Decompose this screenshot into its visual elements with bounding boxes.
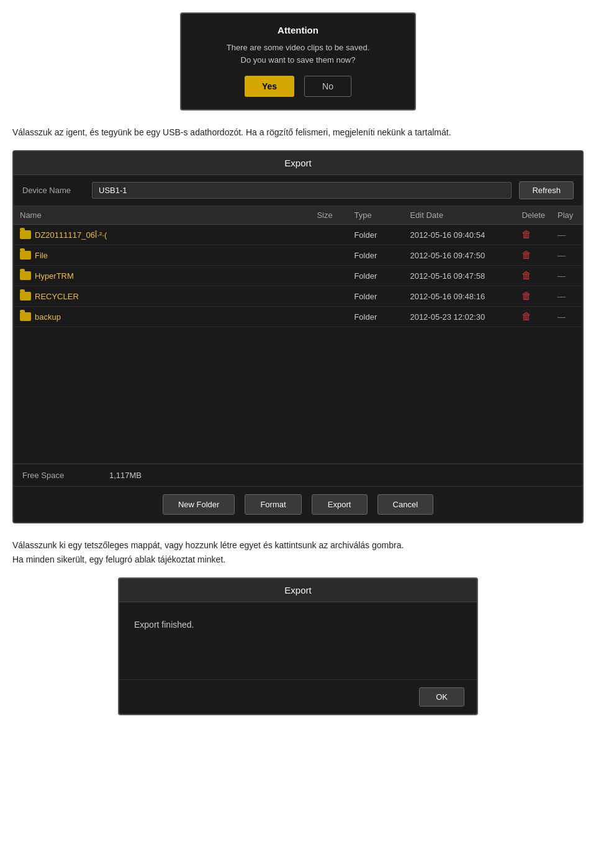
attention-title: Attention xyxy=(196,25,400,35)
folder-icon xyxy=(20,312,31,321)
file-name: DZ20111117_06Î·²·( xyxy=(35,230,107,240)
ok-button[interactable]: OK xyxy=(419,687,464,707)
col-header-delete: Delete xyxy=(515,206,551,225)
file-name: File xyxy=(35,251,48,260)
col-header-edit-date: Edit Date xyxy=(404,206,515,225)
col-header-play: Play xyxy=(551,206,582,225)
export-finished-title: Export xyxy=(119,579,477,602)
table-row[interactable]: HyperTRM Folder 2012-05-16 09:47:58 🗑 — xyxy=(14,266,582,286)
file-date: 2012-05-16 09:40:54 xyxy=(404,225,515,245)
export-finished-wrapper: Export Export finished. OK xyxy=(12,577,584,715)
attention-dialog: Attention There are some video clips to … xyxy=(180,12,416,111)
file-size xyxy=(310,307,348,327)
file-date: 2012-05-16 09:47:58 xyxy=(404,266,515,286)
export-device-row: Device Name USB1-1 Refresh xyxy=(14,175,582,206)
body-text-2: Válasszunk ki egy tetszőleges mappát, va… xyxy=(12,538,584,566)
play-dash: — xyxy=(558,230,566,240)
file-type: Folder xyxy=(348,286,404,307)
export-finished-body: Export finished. xyxy=(119,602,477,679)
file-name: RECYCLER xyxy=(35,292,79,301)
delete-icon[interactable]: 🗑 xyxy=(522,250,531,260)
folder-icon xyxy=(20,230,31,239)
file-name: backup xyxy=(35,312,61,322)
export-finished-footer: OK xyxy=(119,679,477,714)
folder-icon xyxy=(20,251,31,260)
yes-button[interactable]: Yes xyxy=(245,76,294,97)
play-dash: — xyxy=(558,312,566,322)
file-type: Folder xyxy=(348,266,404,286)
folder-icon xyxy=(20,292,31,301)
delete-cell[interactable]: 🗑 xyxy=(515,307,551,327)
col-header-name: Name xyxy=(14,206,310,225)
body-text-1: Válasszuk az igent, és tegyünk be egy US… xyxy=(12,125,584,139)
col-header-size: Size xyxy=(310,206,348,225)
new-folder-button[interactable]: New Folder xyxy=(163,494,235,515)
export-button[interactable]: Export xyxy=(312,494,368,515)
device-name-label: Device Name xyxy=(22,186,84,195)
delete-cell[interactable]: 🗑 xyxy=(515,266,551,286)
delete-cell[interactable]: 🗑 xyxy=(515,245,551,266)
play-dash: — xyxy=(558,292,566,301)
file-size xyxy=(310,286,348,307)
refresh-button[interactable]: Refresh xyxy=(519,181,574,199)
cancel-button[interactable]: Cancel xyxy=(377,494,433,515)
export-panel: Export Device Name USB1-1 Refresh Name S… xyxy=(12,150,584,523)
delete-icon[interactable]: 🗑 xyxy=(522,291,531,301)
format-button[interactable]: Format xyxy=(245,494,301,515)
col-header-type: Type xyxy=(348,206,404,225)
play-cell: — xyxy=(551,286,582,307)
file-type: Folder xyxy=(348,225,404,245)
table-row[interactable]: backup Folder 2012-05-23 12:02:30 🗑 — xyxy=(14,307,582,327)
export-finished-message: Export finished. xyxy=(134,620,194,630)
file-size xyxy=(310,245,348,266)
table-row[interactable]: DZ20111117_06Î·²·( Folder 2012-05-16 09:… xyxy=(14,225,582,245)
file-date: 2012-05-23 12:02:30 xyxy=(404,307,515,327)
attention-buttons: Yes No xyxy=(196,76,400,97)
device-name-select[interactable]: USB1-1 xyxy=(92,182,512,199)
play-dash: — xyxy=(558,271,566,281)
file-table: Name Size Type Edit Date Delete Play DZ2… xyxy=(14,206,582,464)
delete-icon[interactable]: 🗑 xyxy=(522,270,531,281)
export-panel-title: Export xyxy=(14,151,582,175)
file-date: 2012-05-16 09:47:50 xyxy=(404,245,515,266)
play-cell: — xyxy=(551,307,582,327)
delete-icon[interactable]: 🗑 xyxy=(522,311,531,322)
file-size xyxy=(310,225,348,245)
free-space-value: 1,117MB xyxy=(109,471,142,480)
free-space-row: Free Space 1,117MB xyxy=(14,464,582,486)
file-name: HyperTRM xyxy=(35,271,74,281)
empty-space-row xyxy=(14,327,582,464)
play-cell: — xyxy=(551,266,582,286)
export-bottom-buttons: New Folder Format Export Cancel xyxy=(14,486,582,522)
play-cell: — xyxy=(551,225,582,245)
attention-message: There are some video clips to be saved.D… xyxy=(196,42,400,66)
play-dash: — xyxy=(558,251,566,260)
no-button[interactable]: No xyxy=(304,76,351,97)
table-row[interactable]: File Folder 2012-05-16 09:47:50 🗑 — xyxy=(14,245,582,266)
file-size xyxy=(310,266,348,286)
table-row[interactable]: RECYCLER Folder 2012-05-16 09:48:16 🗑 — xyxy=(14,286,582,307)
file-date: 2012-05-16 09:48:16 xyxy=(404,286,515,307)
free-space-label: Free Space xyxy=(22,471,97,480)
file-type: Folder xyxy=(348,245,404,266)
export-finished-dialog: Export Export finished. OK xyxy=(118,577,478,715)
file-type: Folder xyxy=(348,307,404,327)
attention-dialog-wrapper: Attention There are some video clips to … xyxy=(12,12,584,111)
delete-cell[interactable]: 🗑 xyxy=(515,225,551,245)
folder-icon xyxy=(20,271,31,280)
delete-cell[interactable]: 🗑 xyxy=(515,286,551,307)
play-cell: — xyxy=(551,245,582,266)
delete-icon[interactable]: 🗑 xyxy=(522,229,531,240)
